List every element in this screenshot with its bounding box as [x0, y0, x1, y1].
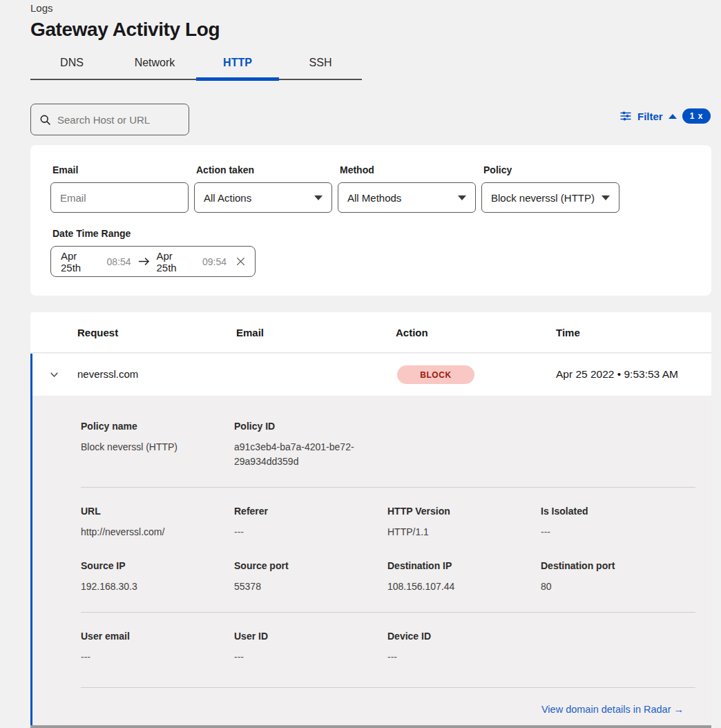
user-id-label: User ID: [234, 631, 387, 642]
block-status-badge: BLOCK: [397, 365, 474, 384]
url-field: URL http://neverssl.com/: [81, 506, 234, 539]
url-label: URL: [81, 506, 234, 517]
action-taken-select[interactable]: All Actions: [194, 182, 332, 213]
source-ip-label: Source IP: [81, 560, 234, 571]
filter-panel: Email Action taken All Actions Method Al…: [30, 145, 711, 296]
filter-toggle[interactable]: Filter 1 x: [619, 108, 711, 124]
column-header-time: Time: [556, 327, 580, 338]
column-header-email: Email: [236, 327, 264, 338]
chevron-down-icon: [602, 195, 610, 200]
user-email-label: User email: [81, 631, 234, 642]
url-value: http://neverssl.com/: [81, 525, 234, 539]
divider: [81, 487, 695, 488]
page-title: Gateway Activity Log: [30, 19, 220, 41]
destination-port-label: Destination port: [541, 560, 695, 571]
device-id-field: Device ID ---: [387, 631, 541, 664]
policy-name-label: Policy name: [81, 421, 234, 432]
start-date: Apr 25th: [61, 250, 99, 274]
tab-dns[interactable]: DNS: [30, 52, 113, 82]
policy-label: Policy: [483, 164, 619, 175]
divider: [81, 612, 695, 613]
table-header: Request Email Action Time: [30, 312, 711, 353]
method-group: Method All Methods: [338, 164, 476, 213]
user-email-field: User email ---: [81, 631, 234, 664]
arrow-right-icon: [138, 257, 150, 266]
destination-port-value: 80: [541, 579, 695, 594]
email-field-label: Email: [52, 164, 189, 175]
close-icon[interactable]: [236, 257, 245, 266]
destination-ip-value: 108.156.107.44: [387, 579, 541, 594]
date-range-group: Date Time Range Apr 25th 08:54 Apr 25th …: [50, 228, 711, 277]
http-version-value: HTTP/1.1: [387, 525, 541, 539]
action-taken-label: Action taken: [196, 164, 332, 175]
source-ip-field: Source IP 192.168.30.3: [81, 560, 234, 594]
column-header-action: Action: [396, 327, 428, 338]
chevron-down-icon: [458, 195, 466, 200]
device-id-label: Device ID: [387, 631, 541, 642]
date-range-label: Date Time Range: [52, 228, 711, 239]
filter-icon: [619, 110, 632, 122]
start-time: 08:54: [106, 256, 131, 267]
referer-value: ---: [234, 525, 387, 539]
search-box[interactable]: [30, 104, 189, 135]
user-id-field: User ID ---: [234, 631, 387, 664]
is-isolated-label: Is Isolated: [541, 506, 695, 517]
filter-count-badge[interactable]: 1 x: [682, 108, 711, 124]
view-in-radar-link[interactable]: View domain details in Radar →: [541, 704, 684, 715]
http-version-label: HTTP Version: [387, 506, 541, 517]
action-taken-group: Action taken All Actions: [194, 164, 332, 213]
time-cell: Apr 25 2022 • 9:53:53 AM: [556, 368, 678, 381]
active-tab-indicator: [196, 77, 279, 81]
email-field[interactable]: [60, 192, 179, 204]
policy-name-field: Policy name Block neverssl (HTTP): [81, 421, 234, 469]
column-header-request: Request: [77, 327, 118, 338]
request-cell: neverssl.com: [77, 368, 138, 380]
table-row[interactable]: neverssl.com BLOCK Apr 25 2022 • 9:53:53…: [32, 354, 711, 396]
destination-port-field: Destination port 80: [541, 560, 695, 594]
policy-id-field: Policy ID a91c3eb4-ba7a-4201-be72-29a934…: [234, 421, 387, 469]
policy-group: Policy Block neverssl (HTTP): [481, 164, 619, 213]
policy-id-link[interactable]: a91c3eb4-ba7a-4201-be72-29a934dd359d: [234, 440, 369, 469]
policy-select[interactable]: Block neverssl (HTTP): [481, 182, 619, 213]
tab-network[interactable]: Network: [113, 52, 196, 82]
destination-ip-label: Destination IP: [387, 560, 541, 571]
user-id-value: ---: [234, 650, 387, 664]
email-field-group: Email: [50, 164, 189, 213]
end-date: Apr 25th: [157, 250, 195, 274]
policy-name-value: Block neverssl (HTTP): [81, 440, 234, 454]
is-isolated-value: ---: [541, 525, 695, 539]
referer-label: Referer: [234, 506, 387, 517]
source-port-field: Source port 55378: [234, 560, 387, 594]
date-range-picker[interactable]: Apr 25th 08:54 Apr 25th 09:54: [50, 246, 256, 277]
method-label: Method: [340, 164, 476, 175]
search-icon: [39, 114, 51, 126]
method-select[interactable]: All Methods: [338, 182, 476, 213]
end-time: 09:54: [202, 256, 227, 267]
source-port-value: 55378: [234, 579, 387, 594]
expanded-row-details: Policy name Block neverssl (HTTP) Policy…: [32, 396, 711, 725]
method-value: All Methods: [347, 192, 401, 204]
chevron-down-icon: [314, 195, 323, 200]
breadcrumb[interactable]: Logs: [30, 2, 53, 14]
user-email-value: ---: [81, 650, 234, 664]
chevron-up-icon: [669, 114, 677, 119]
source-ip-value: 192.168.30.3: [81, 579, 234, 594]
device-id-value: ---: [387, 650, 541, 664]
chevron-down-icon[interactable]: [49, 370, 59, 383]
divider: [81, 687, 695, 688]
referer-field: Referer ---: [234, 506, 387, 539]
policy-value: Block neverssl (HTTP): [491, 192, 595, 204]
search-input[interactable]: [57, 114, 180, 126]
action-taken-value: All Actions: [204, 192, 251, 204]
filter-label: Filter: [637, 111, 663, 122]
is-isolated-field: Is Isolated ---: [541, 506, 695, 539]
policy-id-label: Policy ID: [234, 421, 387, 432]
destination-ip-field: Destination IP 108.156.107.44: [387, 560, 541, 594]
source-port-label: Source port: [234, 560, 387, 571]
http-version-field: HTTP Version HTTP/1.1: [387, 506, 541, 539]
detail-bottom-edge: [30, 725, 711, 728]
tab-ssh[interactable]: SSH: [279, 52, 362, 82]
